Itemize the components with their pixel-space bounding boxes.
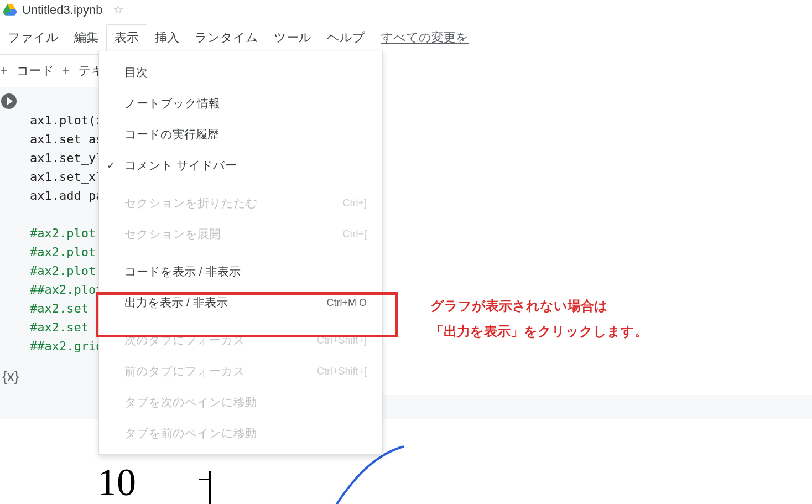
- plus-icon: +: [0, 63, 9, 79]
- menu-help[interactable]: ヘルプ: [319, 25, 373, 50]
- menu-edit[interactable]: 編集: [66, 25, 106, 50]
- axis-label-fragment: 10: [97, 460, 136, 504]
- overlay: [470, 0, 812, 52]
- menu-exec-history[interactable]: コードの実行履歴: [99, 119, 382, 150]
- menu-focus-prev-tab: 前のタブにフォーカスCtrl+Shift+[: [99, 356, 382, 387]
- menu-comment-sidebar[interactable]: ✓ コメント サイドバー: [99, 150, 382, 181]
- menu-focus-next-tab: 次のタブにフォーカスCtrl+Shift+]: [99, 325, 382, 356]
- plus-icon: +: [62, 63, 71, 79]
- axis-tick-fragment: [199, 479, 211, 480]
- check-icon: ✓: [107, 159, 115, 172]
- annotation-line-1: グラフが表示されない場合は: [430, 293, 648, 319]
- menu-collapse-sections: セクションを折りたたむCtrl+]: [99, 188, 382, 219]
- menu-toggle-code[interactable]: コードを表示 / 非表示: [99, 256, 382, 287]
- axis-line-fragment: [209, 471, 211, 504]
- annotation-line-2: 「出力を表示」をクリックします。: [430, 319, 648, 344]
- menu-view[interactable]: 表示: [106, 24, 147, 51]
- menu-expand-sections: セクションを展開Ctrl+[: [99, 219, 382, 250]
- menu-tools[interactable]: ツール: [266, 25, 319, 50]
- menu-toggle-output[interactable]: 出力を表示 / 非表示Ctrl+M O: [99, 287, 382, 318]
- annotation-text: グラフが表示されない場合は 「出力を表示」をクリックします。: [430, 293, 648, 344]
- menu-runtime[interactable]: ランタイム: [187, 25, 266, 50]
- menu-toc[interactable]: 目次: [99, 57, 382, 88]
- view-dropdown: 目次 ノートブック情報 コードの実行履歴 ✓ コメント サイドバー セクションを…: [98, 51, 383, 455]
- menu-insert[interactable]: 挿入: [147, 25, 187, 50]
- menu-move-tab-next-pane: タブを次のペインに移動: [99, 387, 382, 418]
- menu-save-status[interactable]: すべての変更を: [373, 25, 476, 50]
- menu-move-tab-prev-pane: タブを前のペインに移動: [99, 418, 382, 449]
- variables-icon[interactable]: {x}: [2, 368, 19, 385]
- add-code-button[interactable]: コード: [13, 63, 58, 79]
- menu-file[interactable]: ファイル: [0, 25, 66, 50]
- drive-logo-icon: [2, 2, 18, 18]
- menu-notebook-info[interactable]: ノートブック情報: [99, 88, 382, 119]
- document-title[interactable]: Untitled3.ipynb: [22, 3, 103, 17]
- star-icon[interactable]: ☆: [113, 3, 124, 17]
